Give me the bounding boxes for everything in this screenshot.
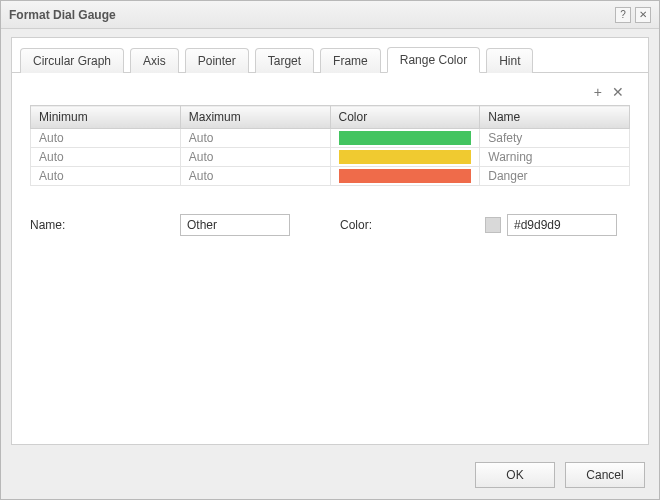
- color-field: [485, 214, 617, 236]
- tab-target[interactable]: Target: [255, 48, 314, 73]
- range-color-panel: + ✕ Minimum Maximum Color Name Auto Auto…: [12, 73, 648, 248]
- table-toolbar: + ✕: [30, 85, 630, 105]
- table-row[interactable]: Auto Auto Warning: [31, 148, 630, 167]
- cell-max[interactable]: Auto: [180, 148, 330, 167]
- add-row-icon[interactable]: +: [594, 85, 602, 99]
- color-swatch: [339, 150, 472, 164]
- table-row[interactable]: Auto Auto Danger: [31, 167, 630, 186]
- cell-color[interactable]: [330, 129, 480, 148]
- cell-min[interactable]: Auto: [31, 129, 181, 148]
- tab-range-color[interactable]: Range Color: [387, 47, 480, 73]
- cell-min[interactable]: Auto: [31, 167, 181, 186]
- dialog-footer: OK Cancel: [1, 451, 659, 499]
- color-input[interactable]: [507, 214, 617, 236]
- tab-pointer[interactable]: Pointer: [185, 48, 249, 73]
- cancel-button[interactable]: Cancel: [565, 462, 645, 488]
- cell-max[interactable]: Auto: [180, 167, 330, 186]
- cell-min[interactable]: Auto: [31, 148, 181, 167]
- col-minimum[interactable]: Minimum: [31, 106, 181, 129]
- table-row[interactable]: Auto Auto Safety: [31, 129, 630, 148]
- title-bar: Format Dial Gauge ? ✕: [1, 1, 659, 29]
- tab-hint[interactable]: Hint: [486, 48, 533, 73]
- color-swatch: [339, 169, 472, 183]
- help-button[interactable]: ?: [615, 7, 631, 23]
- cell-name[interactable]: Danger: [480, 167, 630, 186]
- col-color[interactable]: Color: [330, 106, 480, 129]
- range-color-table: Minimum Maximum Color Name Auto Auto Saf…: [30, 105, 630, 186]
- tab-axis[interactable]: Axis: [130, 48, 179, 73]
- remove-row-icon[interactable]: ✕: [612, 85, 624, 99]
- tab-strip: Circular Graph Axis Pointer Target Frame…: [12, 38, 648, 73]
- col-maximum[interactable]: Maximum: [180, 106, 330, 129]
- color-label: Color:: [340, 218, 485, 232]
- close-button[interactable]: ✕: [635, 7, 651, 23]
- cell-color[interactable]: [330, 167, 480, 186]
- cell-name[interactable]: Safety: [480, 129, 630, 148]
- detail-form: Name: Color:: [30, 214, 630, 236]
- cell-color[interactable]: [330, 148, 480, 167]
- color-swatch: [339, 131, 472, 145]
- color-swatch-box[interactable]: [485, 217, 501, 233]
- window-title: Format Dial Gauge: [9, 8, 611, 22]
- tab-frame[interactable]: Frame: [320, 48, 381, 73]
- cell-max[interactable]: Auto: [180, 129, 330, 148]
- name-label: Name:: [30, 218, 180, 232]
- name-input[interactable]: [180, 214, 290, 236]
- dialog-content: Circular Graph Axis Pointer Target Frame…: [11, 37, 649, 445]
- cell-name[interactable]: Warning: [480, 148, 630, 167]
- col-name[interactable]: Name: [480, 106, 630, 129]
- ok-button[interactable]: OK: [475, 462, 555, 488]
- table-header-row: Minimum Maximum Color Name: [31, 106, 630, 129]
- tab-circular-graph[interactable]: Circular Graph: [20, 48, 124, 73]
